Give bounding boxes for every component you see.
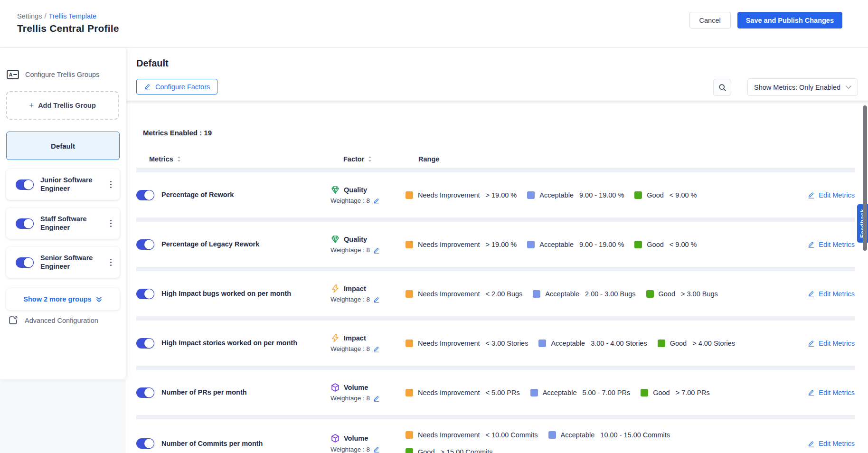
configure-trellis-groups-label: Configure Trellis Groups	[25, 71, 99, 78]
kebab-menu-icon[interactable]	[109, 179, 113, 189]
group-card[interactable]: Staff Software Engineer	[6, 208, 120, 239]
search-button[interactable]	[713, 79, 731, 96]
range-cell: Needs Improvement< 3.00 StoriesAcceptabl…	[406, 338, 738, 349]
svg-text:A: A	[9, 72, 13, 77]
range-item: Acceptable2.00 - 3.00 Bugs	[533, 289, 635, 299]
metric-enabled-toggle[interactable]	[136, 387, 154, 398]
edit-weightage-icon[interactable]	[373, 198, 380, 204]
sidebar-background	[0, 379, 126, 453]
pencil-icon	[808, 191, 815, 198]
range-cell: Needs Improvement> 19.00 %Acceptable9.00…	[406, 239, 738, 250]
range-swatch	[634, 191, 642, 199]
breadcrumb-settings[interactable]: Settings	[17, 12, 42, 20]
factor-name: Impact	[344, 334, 366, 342]
range-value: > 3.00 Bugs	[681, 290, 718, 298]
range-swatch	[533, 290, 540, 298]
edit-weightage-icon[interactable]	[373, 346, 380, 352]
advanced-configuration-link[interactable]: Advanced Configuration	[8, 315, 98, 325]
edit-metrics-link[interactable]: Edit Metrics	[808, 241, 855, 248]
range-swatch	[406, 431, 413, 439]
page-title: Trellis Central Profile	[17, 23, 119, 34]
metric-enabled-toggle[interactable]	[136, 239, 154, 250]
weightage-label: Weightage : 8	[330, 197, 370, 204]
range-label: Good	[653, 389, 670, 396]
metric-enabled-toggle[interactable]	[136, 338, 154, 349]
factor-name: Quality	[344, 236, 367, 243]
group-enabled-toggle[interactable]	[16, 179, 34, 190]
range-label: Good	[670, 340, 687, 347]
range-item: Good> 3.00 Bugs	[646, 289, 718, 299]
range-value: 5.00 - 7.00 PRs	[582, 389, 630, 396]
edit-weightage-icon[interactable]	[373, 395, 380, 402]
cancel-button[interactable]: Cancel	[689, 12, 731, 28]
metric-row: High Impact bugs worked on per month Imp…	[136, 271, 855, 316]
range-value: > 19.00 %	[486, 241, 517, 248]
metric-name: Number of Commits per month	[161, 439, 329, 448]
impact-icon	[330, 284, 340, 293]
breadcrumb: Settings/Trellis Template	[17, 12, 96, 20]
add-trellis-group-button[interactable]: + Add Trellis Group	[6, 91, 119, 120]
impact-icon	[330, 333, 340, 343]
range-swatch	[641, 389, 648, 396]
group-card[interactable]: Junior Software Engineer	[6, 169, 120, 200]
metric-enabled-toggle[interactable]	[136, 289, 154, 299]
weightage-label: Weightage : 8	[330, 395, 370, 402]
save-and-publish-button[interactable]: Save and Publish Changes	[737, 12, 842, 28]
group-enabled-toggle[interactable]	[16, 218, 34, 229]
show-metrics-dropdown[interactable]: Show Metrics: Only Enabled	[747, 78, 858, 96]
range-swatch	[530, 389, 538, 396]
sort-metrics-icon[interactable]	[177, 155, 181, 163]
range-swatch	[646, 290, 654, 298]
range-swatch	[658, 340, 665, 347]
breadcrumb-trellis-template[interactable]: Trellis Template	[48, 12, 96, 20]
range-label: Needs Improvement	[418, 241, 480, 248]
range-item: Good> 4.00 Stories	[658, 338, 735, 349]
configure-trellis-groups-header: A Configure Trellis Groups	[7, 70, 99, 79]
show-more-groups-button[interactable]: Show 2 more groups	[6, 288, 120, 310]
sort-factor-icon[interactable]	[368, 155, 372, 163]
pencil-icon	[808, 290, 815, 297]
selected-group-title: Default	[136, 58, 169, 69]
metric-enabled-toggle[interactable]	[136, 190, 154, 200]
range-item: Acceptable3.00 - 4.00 Stories	[538, 338, 647, 349]
metric-row: High Impact stories worked on per month …	[136, 321, 855, 366]
configure-factors-button[interactable]: Configure Factors	[136, 79, 217, 94]
metric-row: Percentage of Legacy Rework Quality Weig…	[136, 222, 855, 267]
range-label: Acceptable	[545, 290, 579, 298]
group-card[interactable]: Senior Software Engineer	[6, 247, 120, 278]
range-value: 9.00 - 19.00 %	[579, 191, 624, 199]
edit-weightage-icon[interactable]	[373, 446, 380, 453]
factor-name: Quality	[344, 186, 367, 194]
edit-weightage-icon[interactable]	[373, 296, 380, 303]
metric-row: Number of PRs per month Volume Weightage…	[136, 370, 855, 415]
group-enabled-toggle[interactable]	[16, 257, 34, 268]
quality-icon	[330, 185, 340, 195]
edit-metrics-link[interactable]: Edit Metrics	[808, 290, 855, 298]
range-label: Acceptable	[561, 431, 595, 439]
factor-name: Volume	[344, 434, 368, 442]
edit-metrics-link[interactable]: Edit Metrics	[808, 440, 855, 447]
vertical-scrollbar-thumb[interactable]	[863, 105, 867, 251]
edit-weightage-icon[interactable]	[373, 247, 380, 254]
range-item: Acceptable9.00 - 19.00 %	[527, 190, 624, 200]
kebab-menu-icon[interactable]	[109, 257, 113, 267]
metric-name: High Impact bugs worked on per month	[161, 289, 329, 298]
edit-metrics-link[interactable]: Edit Metrics	[808, 389, 855, 396]
range-item: Acceptable10.00 - 15.00 Commits	[548, 430, 670, 440]
edit-metrics-link[interactable]: Edit Metrics	[808, 191, 855, 199]
range-label: Acceptable	[539, 191, 574, 199]
range-cell: Needs Improvement> 19.00 %Acceptable9.00…	[406, 190, 738, 200]
range-item: Needs Improvement< 10.00 Commits	[406, 430, 538, 440]
group-card-default[interactable]: Default	[6, 132, 120, 160]
range-label: Acceptable	[539, 241, 574, 248]
range-item: Good> 15.00 Commits	[406, 447, 493, 453]
metric-enabled-toggle[interactable]	[136, 438, 154, 449]
edit-metrics-link[interactable]: Edit Metrics	[808, 340, 855, 347]
range-item: Good> 7.00 PRs	[641, 387, 710, 398]
metrics-rows: Percentage of Rework Quality Weightage :…	[136, 168, 855, 453]
range-value: < 5.00 PRs	[486, 389, 520, 396]
range-item: Acceptable9.00 - 19.00 %	[527, 239, 624, 250]
range-swatch	[406, 340, 413, 347]
range-item: Acceptable5.00 - 7.00 PRs	[530, 387, 631, 398]
kebab-menu-icon[interactable]	[109, 218, 113, 228]
